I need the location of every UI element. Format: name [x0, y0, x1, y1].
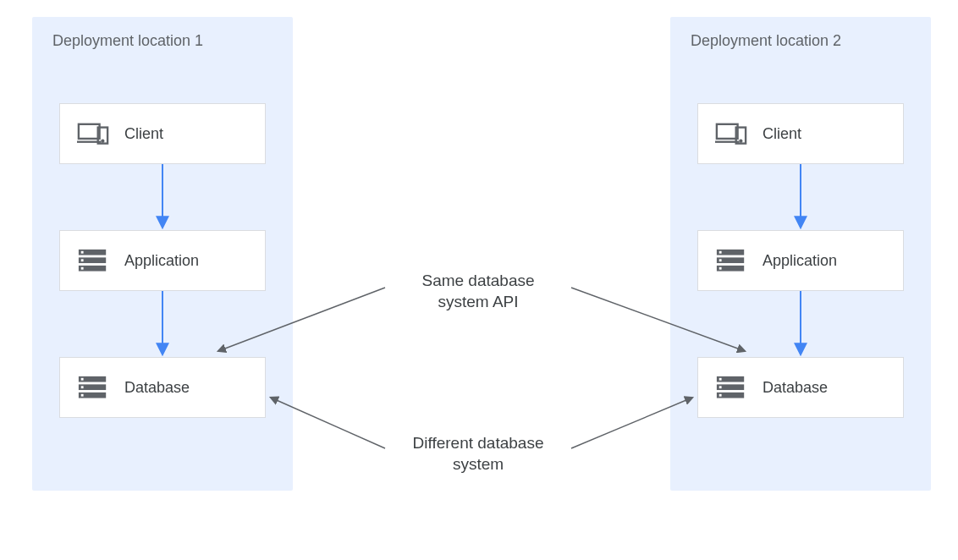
region-2-title: Deployment location 2	[691, 32, 841, 50]
svg-point-19	[740, 140, 741, 142]
svg-rect-14	[81, 386, 84, 388]
client-icon	[77, 121, 109, 146]
client-icon	[715, 121, 747, 146]
node-client-left: Client	[59, 103, 266, 164]
annotation-diff-system: Different database system	[385, 433, 571, 475]
svg-rect-29	[719, 378, 722, 381]
svg-rect-8	[81, 259, 84, 261]
svg-point-3	[102, 140, 103, 142]
node-database-right-label: Database	[763, 379, 828, 397]
server-icon	[77, 248, 109, 273]
svg-rect-23	[719, 251, 722, 254]
node-database-left-label: Database	[124, 379, 190, 397]
svg-rect-9	[81, 267, 84, 270]
node-application-right: Application	[697, 230, 904, 291]
node-application-left: Application	[59, 230, 266, 291]
svg-rect-7	[81, 251, 84, 254]
database-icon	[715, 375, 747, 400]
svg-rect-24	[719, 259, 722, 261]
node-client-left-label: Client	[124, 125, 163, 143]
svg-rect-16	[717, 124, 738, 139]
node-application-left-label: Application	[124, 252, 199, 270]
node-application-right-label: Application	[763, 252, 837, 270]
svg-rect-15	[81, 394, 84, 397]
node-client-right-label: Client	[763, 125, 801, 143]
region-1-title: Deployment location 1	[52, 32, 203, 50]
node-database-right: Database	[697, 357, 904, 418]
node-database-left: Database	[59, 357, 266, 418]
server-icon	[715, 248, 747, 273]
svg-rect-30	[719, 386, 722, 388]
svg-rect-25	[719, 267, 722, 270]
svg-rect-13	[81, 378, 84, 381]
database-icon	[77, 375, 109, 400]
svg-rect-0	[79, 124, 100, 139]
annotation-same-api: Same database system API	[385, 271, 571, 312]
node-client-right: Client	[697, 103, 904, 164]
svg-rect-31	[719, 394, 722, 397]
